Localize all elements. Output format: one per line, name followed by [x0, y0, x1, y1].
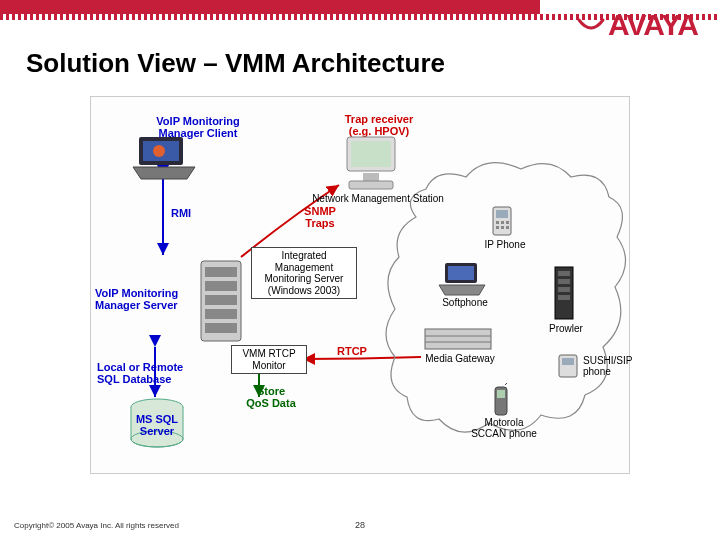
softphone-icon	[437, 261, 487, 297]
integrated-callout: IntegratedManagementMonitoring Server(Wi…	[251, 247, 357, 299]
rtcp-label: RTCP	[337, 345, 367, 357]
svg-rect-9	[349, 181, 393, 189]
footer-page-number: 28	[355, 520, 365, 530]
svg-rect-11	[205, 267, 237, 277]
svg-rect-14	[205, 309, 237, 319]
svg-rect-19	[496, 210, 508, 218]
svg-rect-20	[496, 221, 499, 224]
ip-phone-icon	[489, 205, 515, 239]
svg-rect-24	[501, 226, 504, 229]
rmi-label: RMI	[171, 207, 191, 219]
ip-phone-label: IP Phone	[477, 239, 533, 250]
svg-rect-28	[425, 329, 491, 349]
svg-rect-37	[562, 358, 574, 365]
svg-rect-39	[497, 390, 505, 398]
svg-rect-23	[496, 226, 499, 229]
svg-point-5	[153, 145, 165, 157]
svg-rect-25	[506, 226, 509, 229]
svg-rect-12	[205, 281, 237, 291]
svg-rect-22	[506, 221, 509, 224]
scan-label: MotorolaSCCAN phone	[469, 417, 539, 439]
softphone-label: Softphone	[435, 297, 495, 308]
laptop-icon	[129, 133, 199, 183]
architecture-diagram: VoIP MonitoringManager Client Trap recei…	[90, 96, 630, 474]
store-label: StoreQoS Data	[231, 385, 311, 409]
svg-rect-8	[363, 173, 379, 181]
slide-title: Solution View – VMM Architecture	[26, 48, 445, 79]
brand-name: AVAYA	[608, 8, 698, 42]
prowler-label: Prowler	[543, 323, 589, 334]
brand-logo: AVAYA	[576, 8, 698, 42]
sip-phone-icon	[555, 351, 581, 381]
media-gw-label: Media Gateway	[421, 353, 499, 364]
svg-rect-21	[501, 221, 504, 224]
svg-rect-34	[558, 287, 570, 292]
server-icon	[195, 257, 249, 347]
vmm-rtcp-callout: VMM RTCPMonitor	[231, 345, 307, 374]
media-gateway-icon	[423, 327, 493, 353]
db-label: Local or RemoteSQL Database	[97, 361, 207, 385]
sushi-label: SUSHI/SIPphone	[583, 355, 639, 377]
svg-rect-32	[558, 271, 570, 276]
svg-line-40	[505, 383, 509, 385]
trap-label: Trap receiver(e.g. HPOV)	[319, 113, 439, 137]
svg-rect-7	[351, 141, 391, 167]
svg-rect-35	[558, 295, 570, 300]
monitor-icon	[341, 135, 401, 193]
svg-rect-13	[205, 295, 237, 305]
svg-rect-33	[558, 279, 570, 284]
server-label: VoIP MonitoringManager Server	[95, 287, 195, 311]
footer-copyright: Copyright© 2005 Avaya Inc. All rights re…	[14, 521, 179, 530]
svg-rect-15	[205, 323, 237, 333]
avaya-smile-icon	[576, 10, 606, 40]
mssql-label: MS SQLServer	[131, 413, 183, 437]
cellphone-icon	[489, 383, 513, 419]
nms-label: Network Management Station	[303, 193, 453, 204]
snmp-label: SNMPTraps	[295, 205, 345, 229]
prowler-icon	[553, 265, 575, 321]
svg-rect-27	[448, 266, 474, 280]
